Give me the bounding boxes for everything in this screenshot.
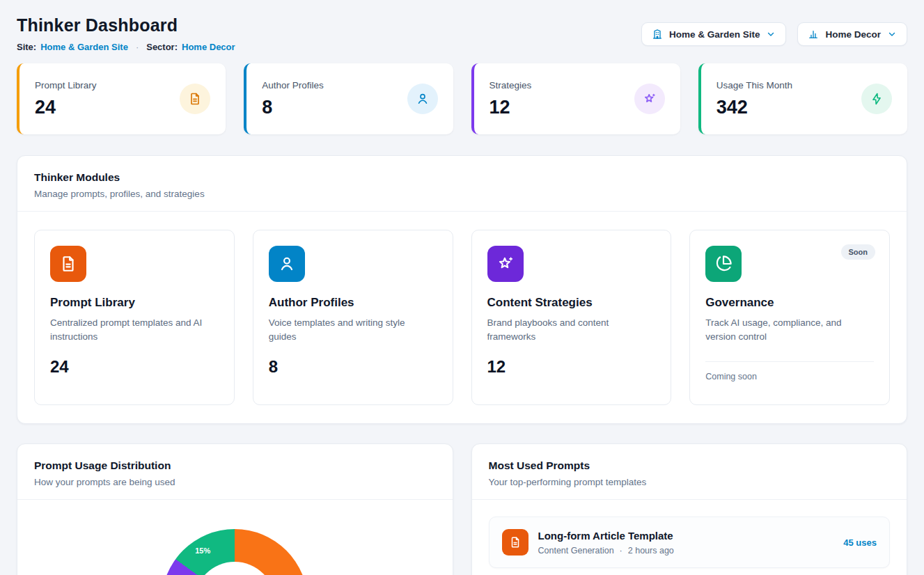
module-card-governance[interactable]: Soon Governance Track AI usage, complian… [689, 230, 890, 405]
bar-chart-icon [808, 29, 819, 40]
dashboard-page: Thinker Dashboard Site: Home & Garden Si… [0, 0, 924, 575]
site-selector-dropdown[interactable]: Home & Garden Site [641, 22, 787, 46]
module-title: Content Strategies [487, 296, 656, 310]
modules-grid: Prompt Library Centralized prompt templa… [17, 212, 907, 423]
module-card-content-strategies[interactable]: Content Strategies Brand playbooks and c… [471, 230, 672, 405]
module-description: Brand playbooks and content frameworks [487, 316, 651, 345]
sector-selector-dropdown[interactable]: Home Decor [797, 22, 907, 46]
stat-label: Usage This Month [717, 80, 792, 90]
module-count: 12 [487, 357, 656, 377]
document-icon [180, 84, 210, 114]
document-icon [502, 529, 528, 556]
divider [705, 361, 874, 362]
module-description: Track AI usage, compliance, and version … [705, 316, 869, 345]
chevron-down-icon [766, 29, 776, 39]
prompt-item-category: Content Generation [538, 546, 614, 556]
bolt-icon [861, 84, 892, 114]
coming-soon-label: Coming soon [705, 372, 874, 381]
document-icon [50, 246, 86, 282]
stats-row: Prompt Library 24 Author Profiles 8 Stra… [17, 63, 907, 134]
prompt-item-title: Long-form Article Template [538, 530, 674, 542]
modules-panel-header: Thinker Modules Manage prompts, profiles… [17, 156, 907, 211]
module-description: Centralized prompt templates and AI inst… [50, 316, 214, 345]
stat-value: 24 [35, 97, 97, 118]
most-used-title: Most Used Prompts [489, 459, 891, 472]
site-selector-label: Home & Garden Site [669, 29, 760, 40]
sector-selector-label: Home Decor [825, 29, 881, 40]
module-title: Author Profiles [269, 296, 437, 310]
module-title: Governance [705, 296, 874, 310]
prompt-item-meta: Content Generation · 2 hours ago [538, 546, 674, 556]
stat-card-prompt-library: Prompt Library 24 [17, 63, 226, 134]
soon-badge: Soon [841, 244, 876, 260]
module-card-prompt-library[interactable]: Prompt Library Centralized prompt templa… [34, 230, 235, 405]
most-used-subtitle: Your top-performing prompt templates [489, 477, 891, 487]
page-title: Thinker Dashboard [17, 15, 235, 36]
thinker-modules-panel: Thinker Modules Manage prompts, profiles… [17, 155, 907, 424]
user-icon [407, 84, 438, 114]
prompt-item-time: 2 hours ago [628, 546, 674, 556]
stat-value: 342 [717, 97, 792, 118]
building-icon [652, 29, 663, 40]
stat-text: Author Profiles 8 [262, 80, 324, 118]
site-label: Site: [17, 42, 36, 52]
header-left: Thinker Dashboard Site: Home & Garden Si… [17, 15, 235, 52]
module-count: 24 [50, 357, 219, 377]
site-link[interactable]: Home & Garden Site [40, 42, 128, 52]
prompt-item-uses: 45 uses [843, 537, 877, 548]
stat-card-strategies: Strategies 12 [471, 63, 680, 134]
stat-value: 8 [262, 97, 324, 118]
sparkle-icon [634, 84, 665, 114]
module-title: Prompt Library [50, 296, 219, 310]
stat-text: Prompt Library 24 [35, 80, 97, 118]
donut-chart[interactable]: 15% [162, 529, 308, 575]
prompt-list: Long-form Article Template Content Gener… [472, 500, 907, 575]
stat-label: Prompt Library [35, 80, 97, 90]
list-item[interactable]: Long-form Article Template Content Gener… [489, 517, 891, 568]
bottom-row: Prompt Usage Distribution How your promp… [17, 443, 907, 575]
modules-panel-subtitle: Manage prompts, profiles, and strategies [34, 189, 890, 199]
sector-link[interactable]: Home Decor [182, 42, 235, 52]
stat-label: Author Profiles [262, 80, 324, 90]
page-header: Thinker Dashboard Site: Home & Garden Si… [17, 15, 907, 52]
module-description: Voice templates and writing style guides [269, 316, 432, 345]
breadcrumb: Site: Home & Garden Site · Sector: Home … [17, 42, 235, 52]
usage-panel-title: Prompt Usage Distribution [34, 459, 436, 472]
most-used-panel: Most Used Prompts Your top-performing pr… [471, 443, 908, 575]
chart-segment-label: 15% [195, 546, 210, 555]
stat-text: Usage This Month 342 [717, 80, 792, 118]
module-count: 8 [269, 357, 437, 377]
stat-card-author-profiles: Author Profiles 8 [244, 63, 453, 134]
stat-card-usage: Usage This Month 342 [698, 63, 907, 134]
user-icon [269, 246, 305, 282]
usage-panel-subtitle: How your prompts are being used [34, 477, 436, 487]
sector-label: Sector: [146, 42, 178, 52]
prompt-item-text: Long-form Article Template Content Gener… [538, 530, 674, 556]
pie-chart-icon [705, 246, 742, 282]
separator-dot: · [620, 546, 622, 556]
module-card-author-profiles[interactable]: Author Profiles Voice templates and writ… [253, 230, 453, 405]
chevron-down-icon [887, 29, 897, 39]
stat-label: Strategies [490, 80, 532, 90]
stat-value: 12 [490, 97, 532, 118]
modules-panel-title: Thinker Modules [34, 171, 890, 184]
most-used-header: Most Used Prompts Your top-performing pr… [472, 444, 907, 499]
header-selectors: Home & Garden Site Home Decor [641, 22, 907, 46]
separator-dot: · [136, 42, 139, 52]
sparkle-icon [487, 246, 524, 282]
prompt-usage-panel: Prompt Usage Distribution How your promp… [17, 443, 453, 575]
chart-area: 15% [17, 500, 453, 575]
usage-panel-header: Prompt Usage Distribution How your promp… [17, 444, 453, 499]
stat-text: Strategies 12 [490, 80, 532, 118]
